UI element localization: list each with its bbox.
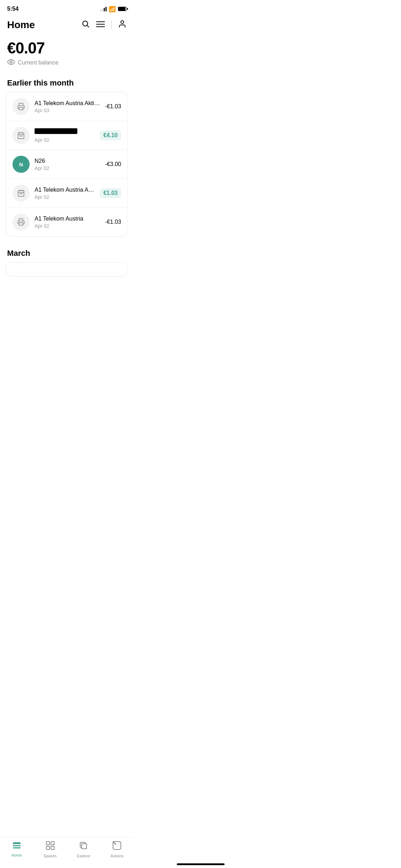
transaction-info: A1 Telekom Austria Aktie… Apr 02 bbox=[35, 187, 96, 200]
balance-label-text: Current balance bbox=[18, 60, 58, 66]
transaction-date: Apr 02 bbox=[35, 137, 96, 143]
transaction-info: N26 Apr 02 bbox=[35, 158, 102, 171]
status-bar: 5:54 📶 bbox=[0, 0, 134, 16]
profile-icon[interactable] bbox=[118, 20, 127, 30]
transaction-icon-printer2 bbox=[12, 213, 30, 231]
menu-icon[interactable] bbox=[96, 20, 105, 30]
transaction-date: Apr 03 bbox=[35, 108, 102, 113]
redacted-text bbox=[35, 128, 77, 134]
search-icon[interactable] bbox=[81, 20, 90, 30]
balance-amount: €0.07 bbox=[7, 39, 127, 57]
table-row[interactable]: A1 Telekom Austria Aktie… Apr 02 €1.03 bbox=[6, 179, 128, 208]
status-time: 5:54 bbox=[7, 6, 19, 12]
transaction-info: A1 Telekom Austria Apr 02 bbox=[35, 216, 102, 229]
table-row[interactable]: Apr 02 €4.10 bbox=[6, 121, 128, 150]
signal-icon bbox=[100, 6, 107, 11]
transaction-amount: -€3.00 bbox=[105, 161, 121, 167]
page-title: Home bbox=[7, 19, 35, 31]
svg-rect-13 bbox=[18, 191, 24, 197]
battery-icon bbox=[118, 7, 127, 11]
march-section: March bbox=[0, 245, 134, 277]
transaction-name: A1 Telekom Austria Akti… bbox=[35, 100, 102, 107]
transactions-card-earlier: A1 Telekom Austria Akti… Apr 03 -€1.03 A… bbox=[6, 92, 128, 237]
header-actions bbox=[81, 20, 127, 30]
svg-rect-8 bbox=[18, 133, 24, 139]
status-icons: 📶 bbox=[100, 6, 127, 12]
header-divider bbox=[111, 21, 112, 29]
transaction-name: A1 Telekom Austria Aktie… bbox=[35, 187, 96, 193]
transaction-info: A1 Telekom Austria Akti… Apr 03 bbox=[35, 100, 102, 113]
wifi-icon: 📶 bbox=[109, 6, 116, 12]
transaction-date: Apr 02 bbox=[35, 194, 96, 200]
svg-line-1 bbox=[87, 26, 89, 27]
transaction-name: N26 bbox=[35, 158, 102, 164]
transaction-icon-n26: N bbox=[12, 156, 30, 173]
transaction-amount: -€1.03 bbox=[105, 219, 121, 225]
table-row[interactable]: A1 Telekom Austria Akti… Apr 03 -€1.03 bbox=[6, 92, 128, 121]
svg-rect-7 bbox=[19, 107, 23, 110]
transaction-info: Apr 02 bbox=[35, 128, 96, 143]
transaction-name-redacted bbox=[35, 128, 96, 136]
section-title-march: March bbox=[0, 245, 134, 262]
transaction-icon-calendar2 bbox=[12, 185, 30, 202]
table-row[interactable]: A1 Telekom Austria Apr 02 -€1.03 bbox=[6, 208, 128, 236]
balance-label: Current balance bbox=[7, 59, 127, 66]
transactions-card-march bbox=[6, 262, 128, 277]
eye-icon[interactable] bbox=[7, 59, 15, 66]
transaction-amount: €4.10 bbox=[100, 130, 121, 140]
transaction-name: A1 Telekom Austria bbox=[35, 216, 102, 222]
transaction-date: Apr 02 bbox=[35, 223, 102, 229]
header: Home bbox=[0, 16, 134, 36]
table-row[interactable]: N N26 Apr 02 -€3.00 bbox=[6, 150, 128, 179]
transaction-icon-calendar bbox=[12, 127, 30, 144]
section-title-earlier: Earlier this month bbox=[0, 75, 134, 92]
transaction-amount: -€1.03 bbox=[105, 103, 121, 110]
transaction-amount: €1.03 bbox=[100, 188, 121, 198]
transaction-icon-printer bbox=[12, 98, 30, 115]
svg-point-6 bbox=[10, 61, 12, 63]
balance-section: €0.07 Current balance bbox=[0, 36, 134, 75]
svg-rect-18 bbox=[19, 223, 23, 225]
svg-point-5 bbox=[121, 21, 124, 24]
svg-point-0 bbox=[83, 21, 88, 26]
transaction-date: Apr 02 bbox=[35, 165, 102, 171]
